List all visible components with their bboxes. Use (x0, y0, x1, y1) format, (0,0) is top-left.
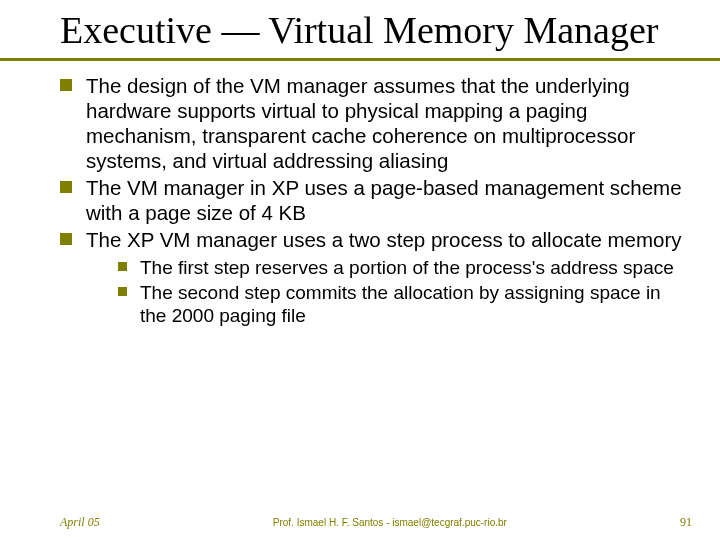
footer-pagenum: 91 (680, 515, 692, 530)
bullet-text: The XP VM manager uses a two step proces… (86, 228, 682, 251)
slide: Executive — Virtual Memory Manager The d… (0, 0, 720, 540)
slide-title: Executive — Virtual Memory Manager (60, 10, 692, 52)
sub-bullet-text: The first step reserves a portion of the… (140, 257, 674, 278)
bullet-text: The VM manager in XP uses a page-based m… (86, 176, 682, 224)
list-item: The VM manager in XP uses a page-based m… (60, 175, 692, 225)
sub-bullet-list: The first step reserves a portion of the… (86, 256, 692, 328)
footer-author: Prof. Ismael H. F. Santos - ismael@tecgr… (273, 517, 507, 528)
footer-date: April 05 (60, 515, 100, 530)
list-item: The design of the VM manager assumes tha… (60, 73, 692, 173)
title-underline (0, 58, 720, 61)
bullet-text: The design of the VM manager assumes tha… (86, 74, 635, 172)
list-item: The XP VM manager uses a two step proces… (60, 227, 692, 328)
footer: April 05 Prof. Ismael H. F. Santos - ism… (0, 515, 720, 530)
list-item: The first step reserves a portion of the… (118, 256, 692, 279)
bullet-list: The design of the VM manager assumes tha… (60, 73, 692, 328)
sub-bullet-text: The second step commits the allocation b… (140, 282, 661, 326)
list-item: The second step commits the allocation b… (118, 281, 692, 327)
